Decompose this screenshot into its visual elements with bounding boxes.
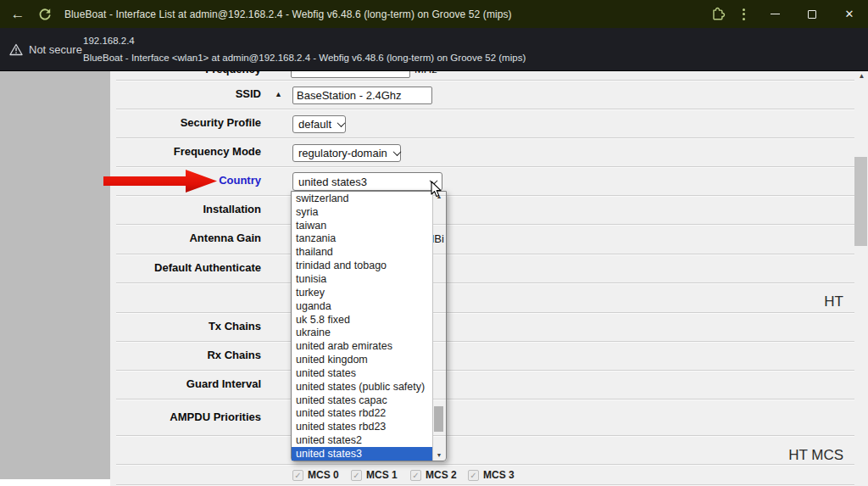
collapse-arrow-icon[interactable]: ▲ [275,90,282,98]
frequency-mode-select[interactable]: regulatory-domain [292,144,401,162]
country-option[interactable]: united states2 [292,433,432,447]
minimize-button[interactable] [756,0,793,28]
country-option[interactable]: tunisia [292,272,432,286]
page-scroll-up-icon[interactable]: ▲ [855,72,868,80]
country-option[interactable]: united kingdom [292,353,432,366]
not-secure-label: Not secure [29,43,82,56]
frequency-label: Frequency [116,71,261,75]
country-option[interactable]: united states rbd22 [292,407,432,421]
country-option[interactable]: united states rbd23 [292,420,432,433]
not-secure-indicator[interactable]: Not secure [9,28,82,71]
red-annotation-arrow [103,166,222,197]
security-profile-select[interactable]: default [292,115,346,133]
webfig-page: Frequency MHz SSID ▲ Security Profile de… [0,71,868,486]
tx-chains-label: Tx Chains [116,312,261,341]
dropdown-scrollbar[interactable]: ▲ ▼ [432,192,446,461]
checkbox-checked-icon[interactable]: ✓ [292,470,303,481]
row-separator [116,282,854,284]
ssid-label: SSID [116,80,261,109]
country-option[interactable]: thailand [292,245,432,259]
country-option[interactable]: united arab emirates [292,339,432,353]
country-option[interactable]: tanzania [292,232,432,246]
mcs2-checkbox-item: ✓ MCS 2 [410,464,457,486]
extensions-puzzle-icon[interactable] [705,0,731,28]
warning-icon [9,43,23,56]
ht-section-header: HT [116,293,843,310]
country-option[interactable]: uk 5.8 fixed [292,313,432,327]
country-option[interactable]: united states [292,366,432,380]
mcs0-checkbox-item: ✓ MCS 0 [292,464,339,486]
checkbox-checked-icon[interactable]: ✓ [351,470,362,481]
mcs3-checkbox-item: ✓ MCS 3 [468,464,515,486]
country-option[interactable]: syria [292,205,432,219]
rx-chains-label: Rx Chains [116,341,261,370]
check-icon: ✓ [470,471,476,480]
frequency-unit: MHz [415,71,437,75]
mcs2-label: MCS 2 [426,469,457,481]
default-authenticate-label: Default Authenticate [116,254,261,282]
guard-interval-label: Guard Interval [116,370,261,399]
ampdu-priorities-label: AMPDU Priorities [116,399,261,435]
maximize-button[interactable] [793,0,831,28]
chevron-down-icon [392,148,401,156]
ht-mcs-section-header: HT MCS [116,447,843,464]
country-dropdown-list: switzerland syria taiwan tanzania thaila… [291,191,447,461]
country-option[interactable]: united states (public safety) [292,380,432,394]
browser-infobar: Not secure 192.168.2.4 BlueBoat - Interf… [0,28,868,71]
antenna-gain-label: Antenna Gain [116,224,261,253]
check-icon: ✓ [294,471,301,480]
left-sidebar-panel [0,71,110,479]
country-option[interactable]: ukraine [292,326,432,339]
security-profile-value: default [298,118,331,131]
frequency-input[interactable] [291,71,410,78]
country-option[interactable]: switzerland [292,192,432,205]
row-separator [116,435,854,437]
dropdown-scrollbar-thumb[interactable] [434,406,443,432]
country-value: united states3 [298,176,367,188]
checkbox-checked-icon[interactable]: ✓ [410,470,421,481]
frequency-mode-label: Frequency Mode [116,137,261,166]
page-scrollbar-thumb[interactable] [854,157,867,246]
installation-label: Installation [116,195,261,224]
ssid-input[interactable] [292,87,432,104]
country-option-selected[interactable]: united states3 [292,447,432,461]
chevron-down-icon [337,119,346,127]
close-button[interactable]: ✕ [831,0,868,28]
mcs3-label: MCS 3 [483,469,515,481]
check-icon: ✓ [353,471,359,480]
mcs0-label: MCS 0 [308,469,339,481]
checkbox-checked-icon[interactable]: ✓ [468,470,479,481]
back-icon[interactable]: ← [5,6,31,23]
country-option[interactable]: uganda [292,299,432,313]
frequency-mode-value: regulatory-domain [298,147,387,159]
mcs1-label: MCS 1 [366,469,398,481]
country-option[interactable]: taiwan [292,219,432,232]
reload-icon[interactable] [34,5,56,24]
security-profile-label: Security Profile [116,109,261,137]
country-option[interactable]: trinidad and tobago [292,259,432,272]
row-frequency-clipped: Frequency MHz [116,71,854,80]
mouse-cursor [431,181,443,198]
browser-titlebar: ← BlueBoat - Interface List at admin@192… [0,0,868,28]
country-option[interactable]: turkey [292,286,432,299]
page-title-line: BlueBoat - Interface <wlan1> at admin@19… [83,53,526,63]
window-title: BlueBoat - Interface List at admin@192.1… [64,8,512,20]
page-host: 192.168.2.4 [83,36,135,46]
mcs1-checkbox-item: ✓ MCS 1 [351,464,398,486]
country-select[interactable]: united states3 [292,172,442,191]
country-option[interactable]: united states capac [292,394,432,407]
scroll-down-icon[interactable]: ▼ [432,452,446,458]
browser-menu-icon[interactable] [731,0,756,28]
check-icon: ✓ [412,471,419,480]
